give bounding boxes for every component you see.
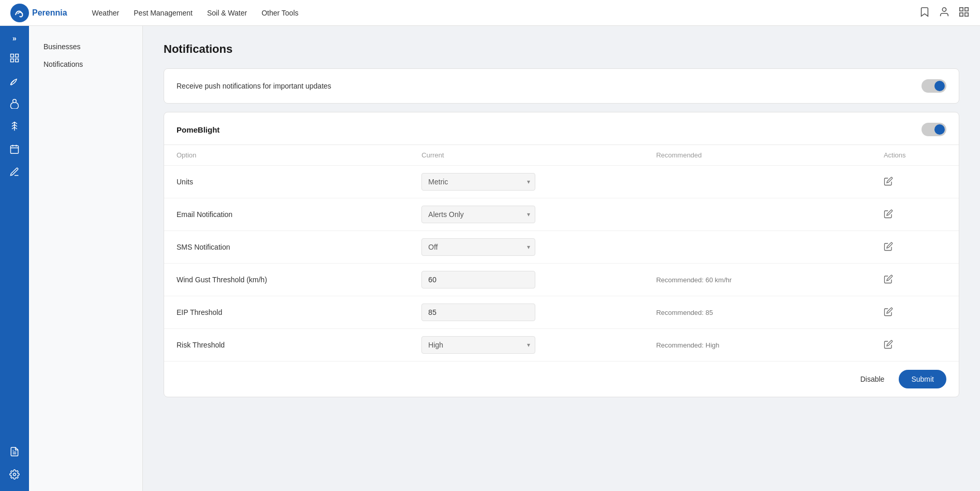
submit-button[interactable]: Submit — [899, 370, 946, 388]
col-header-actions: Actions — [871, 145, 959, 166]
option-wind: Wind Gust Threshold (km/h) — [164, 264, 409, 296]
left-nav: Businesses Notifications — [29, 26, 143, 491]
nav-pest-management[interactable]: Pest Management — [134, 9, 193, 17]
main-content: Notifications Receive push notifications… — [143, 26, 980, 491]
bookmark-icon[interactable] — [919, 6, 930, 20]
sidebar-item-apple[interactable] — [4, 93, 25, 114]
actions-sms — [871, 231, 959, 264]
current-email[interactable]: Alerts Only All Off ▾ — [409, 198, 643, 231]
sidebar: » — [0, 26, 29, 491]
actions-risk — [871, 329, 959, 362]
push-notification-toggle[interactable] — [922, 79, 946, 93]
left-nav-businesses[interactable]: Businesses — [37, 38, 134, 55]
svg-point-16 — [13, 473, 16, 476]
grid-icon[interactable] — [958, 6, 970, 20]
pomeblight-title: PomeBlight — [177, 125, 220, 134]
table-row: EIP Threshold Recommended: 85 — [164, 296, 959, 329]
table-row: SMS Notification Off Alerts Only All ▾ — [164, 231, 959, 264]
left-nav-notifications[interactable]: Notifications — [37, 56, 134, 73]
option-email: Email Notification — [164, 198, 409, 231]
push-notification-label: Receive push notifications for important… — [177, 82, 331, 90]
col-header-recommended: Recommended — [643, 145, 871, 166]
svg-point-0 — [10, 4, 29, 22]
push-notification-card: Receive push notifications for important… — [164, 68, 959, 104]
nav-weather[interactable]: Weather — [92, 9, 120, 17]
table-row: Email Notification Alerts Only All Off ▾ — [164, 198, 959, 231]
disable-button[interactable]: Disable — [854, 371, 891, 387]
wind-input[interactable] — [421, 271, 535, 288]
sidebar-item-grid[interactable] — [4, 48, 25, 68]
sidebar-toggle[interactable]: » — [0, 31, 29, 46]
svg-point-1 — [942, 7, 946, 11]
current-eip[interactable] — [409, 296, 643, 329]
risk-recommended-text: Recommended: High — [656, 341, 719, 349]
recommended-units — [643, 166, 871, 198]
table-row: Wind Gust Threshold (km/h) Recommended: … — [164, 264, 959, 296]
current-risk[interactable]: High Medium Low ▾ — [409, 329, 643, 362]
recommended-risk: Recommended: High — [643, 329, 871, 362]
sidebar-item-calendar[interactable] — [4, 139, 25, 160]
recommended-wind: Recommended: 60 km/hr — [643, 264, 871, 296]
option-eip: EIP Threshold — [164, 296, 409, 329]
eip-recommended-text: Recommended: 85 — [656, 309, 713, 316]
actions-units — [871, 166, 959, 198]
edit-units-icon[interactable] — [884, 179, 893, 187]
sms-select-wrapper: Off Alerts Only All ▾ — [421, 238, 535, 256]
svg-rect-2 — [960, 7, 963, 10]
logo-text: Perennia — [32, 8, 67, 18]
page-title: Notifications — [164, 42, 959, 56]
actions-eip — [871, 296, 959, 329]
risk-select[interactable]: High Medium Low — [421, 336, 535, 354]
pomeblight-toggle[interactable] — [922, 123, 946, 136]
sidebar-item-pen[interactable] — [4, 162, 25, 182]
sidebar-item-settings[interactable] — [4, 464, 25, 485]
nav-soil-water[interactable]: Soil & Water — [207, 9, 247, 17]
table-row: Units Metric Imperial ▾ — [164, 166, 959, 198]
units-select[interactable]: Metric Imperial — [421, 173, 535, 191]
user-icon[interactable] — [939, 6, 950, 20]
pomeblight-header: PomeBlight — [164, 112, 959, 145]
sidebar-item-grain[interactable] — [4, 116, 25, 137]
svg-rect-5 — [965, 12, 968, 16]
top-nav-actions — [919, 6, 970, 20]
settings-table: Option Current Recommended Actions Units — [164, 145, 959, 361]
eip-input[interactable] — [421, 304, 535, 321]
actions-email — [871, 198, 959, 231]
edit-wind-icon[interactable] — [884, 277, 893, 285]
edit-risk-icon[interactable] — [884, 342, 893, 351]
current-wind[interactable] — [409, 264, 643, 296]
email-select[interactable]: Alerts Only All Off — [421, 206, 535, 223]
sidebar-item-leaf[interactable] — [4, 70, 25, 91]
svg-rect-4 — [960, 12, 963, 16]
svg-rect-8 — [11, 59, 14, 62]
edit-email-icon[interactable] — [884, 212, 893, 220]
svg-rect-10 — [11, 146, 19, 153]
col-header-current: Current — [409, 145, 643, 166]
recommended-eip: Recommended: 85 — [643, 296, 871, 329]
nav-links: Weather Pest Management Soil & Water Oth… — [92, 9, 902, 17]
wind-recommended-text: Recommended: 60 km/hr — [656, 276, 732, 284]
edit-eip-icon[interactable] — [884, 310, 893, 318]
risk-select-wrapper: High Medium Low ▾ — [421, 336, 535, 354]
recommended-sms — [643, 231, 871, 264]
sidebar-bottom — [4, 441, 25, 491]
top-nav: Perennia Weather Pest Management Soil & … — [0, 0, 980, 26]
option-risk: Risk Threshold — [164, 329, 409, 362]
nav-other-tools[interactable]: Other Tools — [261, 9, 298, 17]
svg-rect-7 — [16, 54, 19, 57]
col-header-option: Option — [164, 145, 409, 166]
actions-wind — [871, 264, 959, 296]
sms-select[interactable]: Off Alerts Only All — [421, 238, 535, 256]
current-units[interactable]: Metric Imperial ▾ — [409, 166, 643, 198]
layout: » Businesses Notifi — [0, 26, 980, 491]
logo: Perennia — [10, 4, 67, 22]
table-row: Risk Threshold High Medium Low ▾ — [164, 329, 959, 362]
edit-sms-icon[interactable] — [884, 244, 893, 253]
card-footer: Disable Submit — [164, 361, 959, 397]
svg-rect-3 — [965, 7, 968, 10]
current-sms[interactable]: Off Alerts Only All ▾ — [409, 231, 643, 264]
sidebar-item-report[interactable] — [4, 441, 25, 462]
recommended-email — [643, 198, 871, 231]
toggle-arrows: » — [12, 34, 17, 42]
email-select-wrapper: Alerts Only All Off ▾ — [421, 206, 535, 223]
